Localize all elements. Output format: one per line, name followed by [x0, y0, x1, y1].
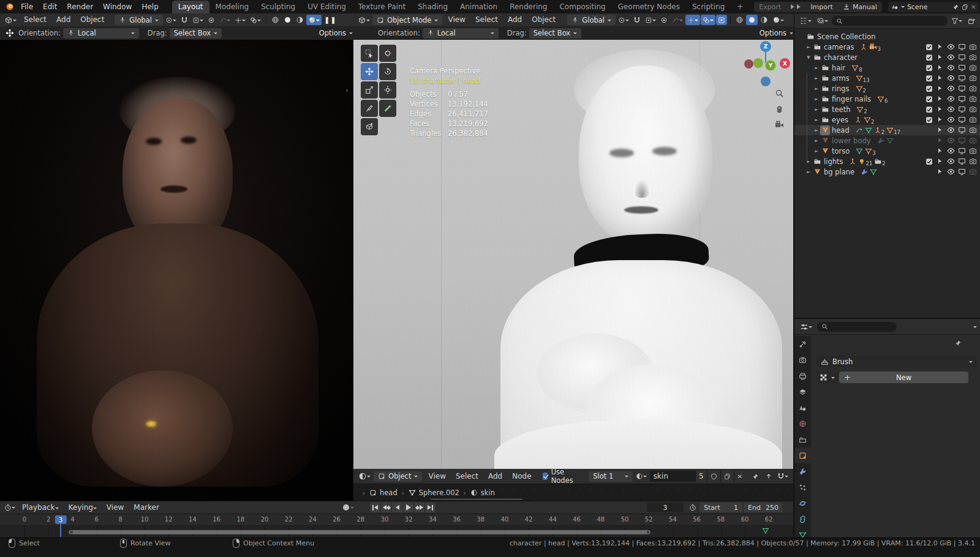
workspace-tab-modeling[interactable]: Modeling — [209, 1, 255, 13]
overlays-dropdown[interactable] — [248, 15, 263, 25]
menu-object[interactable]: Object — [75, 13, 109, 26]
outliner-item-label[interactable]: lights — [824, 157, 843, 166]
outliner-row-lower-body[interactable]: ►lower body — [794, 135, 980, 146]
monitor-toggle[interactable] — [957, 84, 967, 93]
end-frame-field[interactable]: End250 — [744, 503, 783, 512]
shading-wireframe-icon[interactable] — [270, 15, 281, 25]
shading-solid-icon[interactable] — [282, 15, 293, 25]
properties-tab-view-layer[interactable] — [794, 384, 811, 400]
pin-icon[interactable] — [750, 471, 761, 482]
measure-tool-button[interactable] — [379, 100, 396, 117]
camera-toggle-toggle[interactable] — [968, 146, 978, 155]
pin-icon[interactable] — [955, 340, 962, 346]
fake-user-shield-icon[interactable] — [707, 471, 720, 482]
copy-material-icon[interactable] — [721, 471, 734, 482]
material-name-field[interactable]: skin — [650, 471, 695, 482]
editor-type-icon[interactable] — [2, 503, 17, 513]
check-toggle[interactable] — [924, 73, 933, 83]
properties-tab-output[interactable] — [794, 368, 811, 384]
check-toggle[interactable] — [924, 84, 933, 93]
check-toggle[interactable] — [924, 53, 933, 62]
eye-toggle[interactable] — [946, 84, 956, 93]
monitor-toggle[interactable] — [957, 125, 967, 135]
outliner-item-label[interactable]: Scene Collection — [817, 32, 876, 41]
shading-material-icon[interactable] — [294, 15, 306, 25]
eye-toggle[interactable] — [946, 94, 956, 103]
material-browse-icon[interactable] — [634, 471, 649, 482]
menu-select[interactable]: Select — [19, 13, 51, 26]
pointer-toggle[interactable] — [935, 105, 944, 114]
zoom-icon[interactable] — [775, 89, 784, 98]
outliner-row-finger-nails[interactable]: ►finger nails6 — [794, 94, 980, 104]
workspace-tab-scripting[interactable]: Scripting — [686, 1, 731, 13]
workspace-tab-geometry-nodes[interactable]: Geometry Nodes — [612, 1, 686, 13]
brush-selector[interactable]: Brush — [816, 356, 977, 367]
menu-playback[interactable]: Playback — [17, 501, 64, 514]
monitor-toggle[interactable] — [957, 73, 967, 83]
camera-toggle-toggle[interactable] — [968, 157, 978, 166]
start-frame-field[interactable]: Start1 — [699, 503, 742, 512]
rotate-tool-button[interactable] — [379, 63, 396, 80]
outliner-item-label[interactable]: hair — [832, 64, 845, 72]
menu-node[interactable]: Node — [507, 470, 536, 483]
pointer-toggle[interactable] — [935, 53, 944, 62]
properties-tab-world[interactable] — [794, 416, 811, 432]
material-users-button[interactable]: 5 — [696, 471, 707, 482]
camera-view-icon[interactable] — [775, 120, 784, 129]
shading-rendered-icon[interactable] — [306, 15, 322, 25]
timeline-ruler[interactable]: 3 02468101214161820222426283032343638404… — [0, 514, 793, 526]
outliner-row-teeth[interactable]: ►teeth2 — [794, 104, 980, 114]
previous-frame-button[interactable] — [392, 503, 402, 512]
play-button[interactable] — [403, 503, 413, 512]
transform-tool-button[interactable] — [379, 81, 396, 99]
monitor-toggle[interactable] — [957, 146, 967, 155]
right-3d-viewport[interactable]: Camera Perspective (3) character | head … — [353, 40, 793, 469]
camera-toggle-toggle[interactable] — [968, 115, 978, 124]
expander-icon[interactable]: ► — [813, 128, 820, 133]
transform-orientation-dropdown[interactable]: Global — [115, 15, 163, 25]
pointer-toggle[interactable] — [935, 73, 944, 83]
filter-id-dropdown[interactable] — [815, 16, 830, 26]
expander-icon[interactable]: ► — [813, 107, 820, 112]
new-texture-button[interactable]: + New — [839, 372, 968, 383]
menu-add[interactable]: Add — [483, 470, 507, 483]
falloff-dropdown[interactable] — [670, 15, 685, 25]
expander-icon[interactable]: ► — [805, 45, 812, 50]
shader-editor-canvas[interactable]: › head›Sphere.002›skin — [353, 484, 793, 501]
add-cube-tool-button[interactable] — [361, 118, 378, 135]
menu-help[interactable]: Help — [137, 1, 163, 13]
menu-marker[interactable]: Marker — [129, 501, 164, 514]
eye-toggle[interactable] — [946, 167, 956, 176]
falloff-dropdown[interactable] — [217, 15, 232, 25]
editor-type-icon[interactable] — [798, 321, 814, 332]
pivot-point-dropdown[interactable] — [616, 15, 631, 25]
menu-object[interactable]: Object — [527, 13, 560, 26]
pointer-toggle[interactable] — [935, 146, 944, 155]
display-mode-dropdown[interactable] — [797, 16, 813, 26]
outliner-item-label[interactable]: arms — [832, 74, 850, 83]
camera-toggle-toggle[interactable] — [968, 167, 978, 176]
expander-icon[interactable]: ► — [813, 118, 820, 122]
menu-keying[interactable]: Keying — [64, 501, 102, 514]
eye-toggle[interactable] — [946, 105, 956, 114]
menu-render[interactable]: Render — [62, 1, 98, 13]
xray-toggle-icon[interactable] — [716, 15, 727, 25]
outliner-item-label[interactable]: torso — [832, 147, 850, 155]
outliner-row-cameras[interactable]: ►cameras3 — [794, 42, 980, 52]
overlays-dropdown[interactable] — [701, 15, 715, 25]
outliner-row-scene-collection[interactable]: Scene Collection — [794, 31, 980, 42]
previous-keyframe-button[interactable] — [381, 503, 391, 512]
monitor-toggle[interactable] — [957, 136, 967, 145]
eye-toggle[interactable] — [946, 125, 956, 135]
mode-dropdown[interactable]: Object Mode — [372, 15, 442, 25]
pivot-point-dropdown[interactable] — [164, 15, 178, 25]
workspace-tab-animation[interactable]: Animation — [454, 1, 503, 13]
outliner-row-character[interactable]: ▼character — [794, 52, 980, 62]
expander-icon[interactable]: ► — [813, 76, 820, 81]
outliner-row-arms[interactable]: ►arms13 — [794, 73, 980, 83]
outliner-row-rings[interactable]: ►rings2 — [794, 83, 980, 94]
pointer-toggle[interactable] — [935, 125, 944, 135]
camera-toggle-toggle[interactable] — [968, 94, 978, 103]
check-toggle[interactable] — [924, 63, 933, 72]
eye-toggle[interactable] — [946, 73, 956, 83]
